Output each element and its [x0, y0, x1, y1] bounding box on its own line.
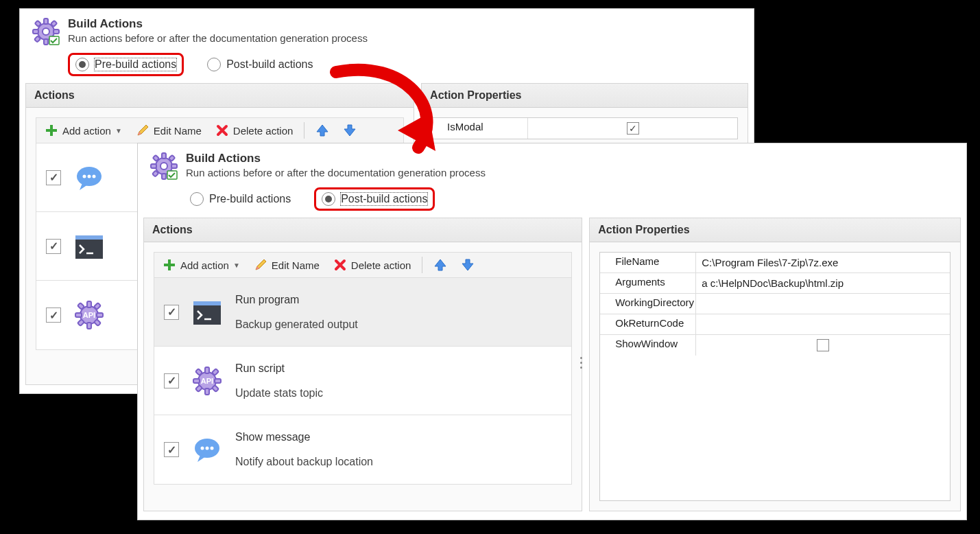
chevron-down-icon: ▼	[115, 127, 122, 135]
actions-header: Actions	[26, 84, 414, 108]
property-value[interactable]	[528, 118, 737, 139]
actions-toolbar: Add action ▼ Edit Name Delete action	[36, 117, 404, 143]
action-checkbox[interactable]	[46, 239, 61, 254]
splitter-handle[interactable]	[580, 357, 582, 369]
bubble-icon	[191, 434, 223, 465]
property-row[interactable]: Argumentsa c:\HelpNDoc\Backup\html.zip	[600, 273, 950, 294]
property-key: IsModal	[432, 118, 528, 139]
property-key: WorkingDirectory	[600, 294, 696, 314]
property-value[interactable]: C:\Program Files\7-Zip\7z.exe	[696, 253, 950, 272]
properties-grid: IsModal	[431, 117, 738, 139]
bubble-icon	[73, 162, 105, 194]
arrow-down-icon	[461, 258, 475, 272]
radio-post-label: Post-build actions	[226, 58, 313, 71]
edit-name-label: Edit Name	[154, 125, 202, 137]
add-action-button[interactable]: Add action ▼	[39, 121, 128, 140]
api-icon	[73, 299, 105, 331]
arrow-down-icon	[343, 124, 357, 137]
arrow-up-icon	[315, 124, 329, 137]
header-title: Build Actions	[68, 17, 743, 31]
header-subtitle: Run actions before or after the document…	[68, 32, 743, 44]
gear-check-icon	[149, 152, 178, 181]
action-title: Show message	[235, 431, 562, 443]
radio-pre-label: Pre-build actions	[95, 58, 176, 71]
api-icon	[191, 365, 223, 397]
property-key: FileName	[600, 253, 696, 272]
arrow-up-icon	[433, 258, 447, 272]
action-subtitle: Update stats topic	[235, 387, 562, 399]
radio-post-label: Post-build actions	[341, 193, 427, 205]
property-row[interactable]: ShowWindow	[600, 335, 950, 356]
actions-toolbar: Add action ▼ Edit Name Delete action	[154, 252, 572, 278]
action-checkbox[interactable]	[46, 170, 61, 185]
action-item[interactable]: Show messageNotify about backup location	[154, 415, 571, 484]
edit-name-button[interactable]: Edit Name	[248, 255, 325, 275]
radio-icon	[190, 192, 204, 206]
property-key: OkReturnCode	[600, 314, 696, 334]
actions-list: Run programBackup generated outputRun sc…	[154, 278, 572, 485]
add-action-label: Add action	[62, 125, 111, 137]
property-value-text: C:\Program Files\7-Zip\7z.exe	[702, 257, 838, 268]
move-up-button[interactable]	[428, 255, 453, 275]
radio-icon	[322, 192, 335, 206]
gear-check-icon	[31, 17, 60, 46]
checkbox-icon[interactable]	[627, 122, 639, 135]
actions-header: Actions	[144, 218, 582, 242]
pencil-icon	[254, 258, 267, 272]
property-key: Arguments	[600, 273, 696, 293]
header: Build Actions Run actions before or afte…	[138, 143, 966, 185]
action-checkbox[interactable]	[164, 373, 179, 388]
cross-icon	[215, 124, 229, 137]
property-value[interactable]	[696, 314, 950, 334]
edit-name-button[interactable]: Edit Name	[130, 121, 207, 140]
property-row[interactable]: WorkingDirectory	[600, 294, 950, 314]
action-item[interactable]: Run programBackup generated output	[154, 278, 571, 347]
action-title: Run program	[235, 294, 562, 306]
delete-action-label: Delete action	[233, 125, 294, 137]
property-value[interactable]: a c:\HelpNDoc\Backup\html.zip	[696, 273, 950, 293]
action-checkbox[interactable]	[164, 442, 179, 457]
plus-icon	[45, 124, 58, 137]
cross-icon	[333, 258, 347, 272]
property-value[interactable]	[696, 294, 950, 314]
add-action-button[interactable]: Add action ▼	[157, 255, 246, 275]
header-title: Build Actions	[186, 152, 955, 165]
property-value-text: a c:\HelpNDoc\Backup\html.zip	[702, 277, 844, 289]
move-down-button[interactable]	[337, 121, 362, 140]
radio-post-build[interactable]: Post-build actions	[314, 187, 435, 211]
add-action-label: Add action	[180, 259, 229, 271]
panel-postbuild: Build Actions Run actions before or afte…	[137, 143, 967, 520]
radio-pre-build[interactable]: Pre-build actions	[68, 53, 184, 76]
move-up-button[interactable]	[310, 121, 335, 140]
edit-name-label: Edit Name	[272, 259, 320, 271]
delete-action-label: Delete action	[351, 259, 411, 271]
action-checkbox[interactable]	[46, 307, 61, 323]
pencil-icon	[136, 124, 150, 137]
radio-icon	[207, 58, 221, 71]
properties-header: Action Properties	[422, 84, 748, 108]
chevron-down-icon: ▼	[233, 262, 240, 269]
properties-header: Action Properties	[590, 218, 960, 242]
property-row[interactable]: FileNameC:\Program Files\7-Zip\7z.exe	[600, 253, 950, 273]
radio-icon	[75, 58, 89, 71]
checkbox-icon[interactable]	[817, 339, 829, 351]
action-checkbox[interactable]	[164, 305, 179, 320]
header-subtitle: Run actions before or after the document…	[186, 167, 955, 178]
move-down-button[interactable]	[455, 255, 480, 275]
action-item[interactable]: Run scriptUpdate stats topic	[154, 347, 571, 415]
terminal-icon	[73, 231, 105, 262]
delete-action-button[interactable]: Delete action	[328, 255, 417, 275]
radio-post-build[interactable]: Post-build actions	[203, 56, 317, 73]
property-key: ShowWindow	[600, 335, 696, 356]
delete-action-button[interactable]: Delete action	[210, 121, 299, 140]
property-value[interactable]	[696, 335, 950, 356]
terminal-icon	[191, 297, 223, 328]
radio-pre-build[interactable]: Pre-build actions	[186, 191, 295, 207]
header: Build Actions Run actions before or afte…	[20, 9, 754, 50]
action-title: Run script	[235, 362, 562, 375]
property-row[interactable]: IsModal	[432, 118, 737, 139]
action-subtitle: Backup generated output	[235, 318, 562, 331]
property-row[interactable]: OkReturnCode	[600, 314, 950, 335]
radio-pre-label: Pre-build actions	[209, 193, 291, 205]
plus-icon	[163, 258, 176, 272]
